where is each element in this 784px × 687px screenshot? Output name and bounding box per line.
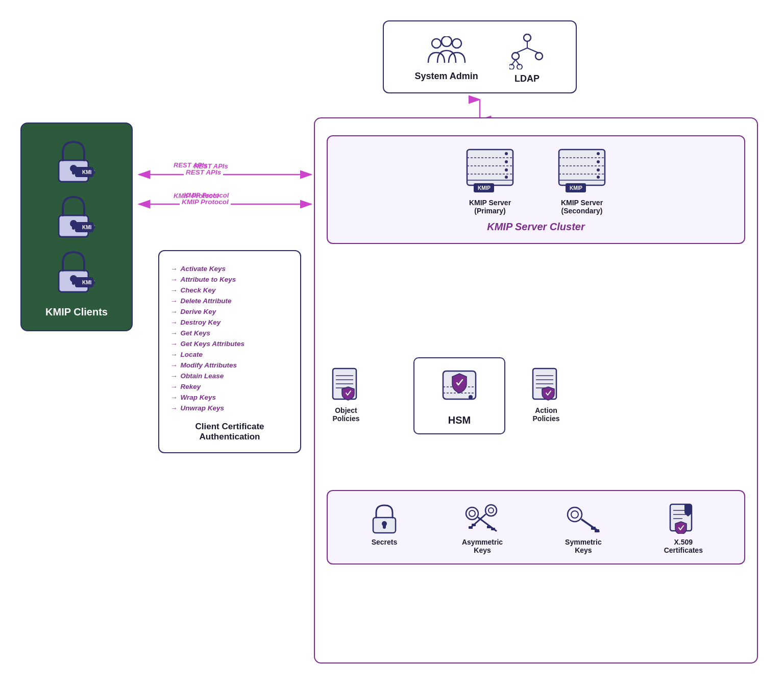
svg-point-11 (432, 39, 441, 48)
cert-auth-box: Activate Keys Attribute to Keys Check Ke… (158, 250, 301, 453)
keys-box: Secrets AsymmetricKeys (327, 490, 745, 565)
object-policies-label: ObjectPolicies (333, 406, 360, 423)
kmip-lock-2: KMIP (54, 194, 100, 240)
cert-list-item: Attribute to Keys (170, 274, 289, 285)
cert-list-item: Derive Key (170, 306, 289, 317)
svg-point-86 (485, 505, 497, 516)
svg-rect-38 (72, 279, 75, 285)
action-policies-icon (531, 367, 561, 403)
svg-point-91 (568, 507, 582, 522)
secrets-label: Secrets (372, 538, 398, 546)
kmip-clients-label: KMIP Clients (45, 306, 108, 318)
rest-api-text: REST APIs (174, 161, 208, 169)
svg-point-61 (597, 176, 600, 179)
svg-marker-29 (91, 167, 95, 177)
primary-server-item: KMIP KMIP Server(Primary) (464, 149, 516, 215)
action-policies-item: ActionPolicies (531, 367, 561, 423)
svg-rect-80 (383, 524, 386, 529)
svg-rect-90 (469, 526, 473, 529)
cert-list-item: Get Keys (170, 328, 289, 338)
svg-marker-35 (91, 222, 95, 232)
action-policies-label: ActionPolicies (533, 406, 560, 423)
svg-point-58 (597, 152, 600, 155)
svg-point-49 (505, 168, 508, 171)
hsm-label: HSM (448, 414, 471, 426)
svg-marker-41 (91, 277, 95, 287)
symmetric-keys-item: SymmetricKeys (565, 503, 602, 554)
svg-rect-95 (595, 529, 599, 532)
cert-list-item: Destroy Key (170, 317, 289, 328)
lock-icon-3: KMIP (54, 249, 100, 295)
cert-list-item: Delete Attribute (170, 296, 289, 306)
svg-point-50 (505, 176, 508, 179)
admin-box: System Admin LDAP (383, 20, 577, 93)
cert-list-item: Modify Attributes (170, 360, 289, 371)
cert-list-item: Unwrap Keys (170, 403, 289, 413)
cert-list-item: Rekey (170, 381, 289, 392)
cert-list-item: Activate Keys (170, 263, 289, 274)
kmip-protocol-arrow-label: KMIP Protocol (180, 198, 231, 206)
hsm-icon (439, 369, 480, 409)
lock-icon-2: KMIP (54, 194, 100, 240)
svg-rect-89 (472, 524, 476, 526)
primary-server-label: KMIP Server(Primary) (469, 199, 511, 215)
asymmetric-keys-icon (464, 503, 500, 534)
rest-api-arrow-label: REST APIs (184, 168, 223, 176)
cert-list-item: Get Keys Attributes (170, 338, 289, 349)
ldap-label: LDAP (514, 73, 540, 84)
svg-point-13 (452, 39, 461, 48)
system-admin-item: System Admin (414, 36, 478, 82)
svg-point-12 (442, 36, 452, 46)
asymmetric-keys-label: AsymmetricKeys (462, 538, 503, 554)
cert-auth-title: Client Certificate Authentication (170, 422, 289, 442)
svg-point-67 (469, 395, 473, 399)
secondary-server-icon: KMIP (556, 149, 607, 194)
svg-point-47 (505, 152, 508, 155)
symmetric-keys-icon (566, 503, 601, 534)
svg-rect-32 (72, 224, 75, 230)
diagram-container: REST APIs KMIP Protocol REST APIs KMIP P… (0, 0, 784, 687)
object-policies-item: ObjectPolicies (331, 367, 361, 423)
svg-point-87 (488, 508, 494, 513)
kmip-lock-1: KMIP (54, 139, 100, 185)
hsm-box: HSM (413, 357, 505, 434)
kmip-lock-3: KMIP (54, 249, 100, 295)
object-policies-icon (331, 367, 361, 403)
system-admin-label: System Admin (414, 71, 478, 82)
cert-list-item: Wrap Keys (170, 392, 289, 403)
svg-rect-100 (684, 504, 692, 513)
asymmetric-keys-item: AsymmetricKeys (462, 503, 503, 554)
svg-point-14 (524, 34, 531, 41)
svg-point-18 (512, 53, 519, 60)
cert-list-item: Locate (170, 349, 289, 360)
svg-point-92 (571, 511, 578, 518)
svg-rect-85 (491, 528, 495, 530)
ldap-item: LDAP (509, 34, 545, 84)
cert-list-item: Obtain Lease (170, 371, 289, 381)
secondary-server-item: KMIP KMIP Server(Secondary) (556, 149, 607, 215)
x509-cert-label: X.509Certificates (664, 538, 703, 554)
svg-line-16 (516, 48, 527, 53)
svg-point-59 (597, 160, 600, 163)
secrets-icon (369, 503, 400, 534)
svg-point-60 (597, 168, 600, 171)
cluster-box: KMIP KMIP Server(Primary) KMIP (327, 135, 745, 244)
svg-point-81 (466, 507, 478, 520)
cluster-servers: KMIP KMIP Server(Primary) KMIP (464, 149, 607, 215)
svg-text:KMIP: KMIP (478, 185, 491, 191)
secondary-server-label: KMIP Server(Secondary) (561, 199, 603, 215)
kmip-clients-box: KMIP KMIP KMIP (20, 122, 133, 331)
svg-point-19 (535, 53, 543, 60)
system-admin-icon (426, 36, 467, 67)
secrets-item: Secrets (369, 503, 400, 546)
x509-cert-item: X.509Certificates (664, 503, 703, 554)
cert-list: Activate Keys Attribute to Keys Check Ke… (170, 263, 289, 413)
lock-icon-1: KMIP (54, 139, 100, 185)
primary-server-icon: KMIP (464, 149, 516, 194)
x509-cert-icon (668, 503, 699, 534)
cert-list-item: Check Key (170, 285, 289, 296)
symmetric-keys-label: SymmetricKeys (565, 538, 602, 554)
svg-rect-26 (72, 168, 75, 175)
ldap-icon (509, 34, 545, 69)
svg-point-82 (469, 510, 475, 517)
